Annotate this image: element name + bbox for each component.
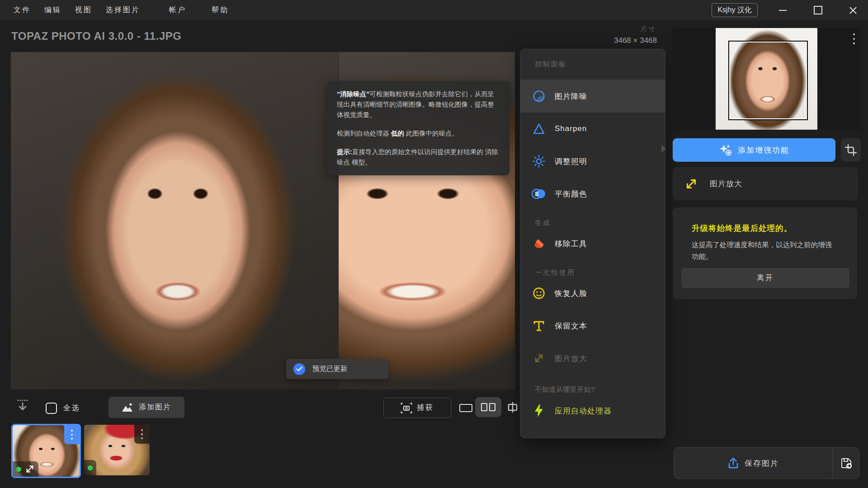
select-all-checkbox[interactable] [46, 403, 57, 414]
single-view-toggle[interactable] [459, 404, 472, 412]
section-single-use: 一次性使用 [520, 260, 665, 277]
size-value: 3468 × 3468 [614, 36, 657, 45]
menu-account[interactable]: 帐户 [169, 5, 186, 15]
toast-label: 预览已更新 [312, 364, 348, 374]
lightning-icon [531, 403, 547, 418]
minimize-button[interactable] [771, 0, 794, 20]
filmstrip-thumbnail[interactable] [84, 425, 150, 475]
panel-item-label: 图片放大 [555, 353, 587, 364]
maximize-icon [814, 6, 822, 14]
upscale-row[interactable]: 图片放大 [673, 167, 858, 200]
compare-slider-toggle[interactable] [507, 401, 519, 413]
filmstrip-thumbnail-selected[interactable] [11, 424, 81, 478]
panel-item-label: Sharpen [555, 124, 587, 133]
thumbnail-menu-icon[interactable] [64, 425, 80, 444]
panel-item-color-balance[interactable]: 平衡颜色 [520, 178, 665, 210]
panel-item-label: 移除工具 [555, 239, 587, 249]
expand-arrows-icon [25, 464, 35, 474]
upscale-row-label: 图片放大 [710, 178, 742, 189]
save-image-button[interactable]: 保存图片 [674, 448, 833, 479]
add-enhancement-button[interactable]: 添加增强功能 [673, 138, 835, 162]
panel-item-sharpen[interactable]: Sharpen [520, 113, 665, 145]
color-balance-icon [531, 186, 547, 202]
tooltip-term: “消除噪点” [337, 90, 370, 98]
topaz-photo-ai-window: 文件 编辑 视图 选择图片 帐户 帮助 Ksjhy 汉化 TOPAZ PHOTO… [0, 0, 868, 488]
denoise-tooltip: “消除噪点”可检测颗粒状噪点伪影并去除它们，从而呈现出具有清晰细节的清晰图像。略… [327, 81, 509, 175]
close-button[interactable] [842, 0, 864, 20]
thumbnail-status [84, 460, 96, 475]
save-options-button[interactable] [833, 448, 859, 479]
save-image-button-group: 保存图片 [674, 447, 859, 479]
select-all-label: 全选 [63, 404, 80, 413]
denoise-icon [531, 89, 547, 104]
save-export-icon [840, 457, 853, 469]
upscale-arrows-icon [684, 177, 698, 191]
thumbnail-menu-icon[interactable] [134, 425, 150, 444]
preview-updated-toast: 预览已更新 [286, 359, 388, 379]
menu-select-image[interactable]: 选择图片 [106, 5, 140, 15]
image-size-block: 尺寸 3468 × 3468 [614, 25, 657, 45]
thumbnail-status [13, 461, 38, 477]
dismiss-button[interactable]: 离开 [681, 268, 849, 288]
crop-icon [845, 144, 857, 156]
panel-item-denoise[interactable]: 图片降噪 [520, 80, 665, 113]
eraser-icon [531, 236, 547, 251]
panel-item-remove-tool[interactable]: 移除工具 [520, 227, 665, 260]
close-icon [849, 6, 857, 14]
navigator-thumbnail[interactable] [716, 28, 817, 130]
upgrade-notice-card: 升级将始终是最后处理的。 这提高了处理速度和结果，以达到之前的增强功能。 离开 [673, 207, 857, 299]
menu-bar: 文件 编辑 视图 选择图片 帐户 帮助 Ksjhy 汉化 [0, 0, 868, 20]
save-image-label: 保存图片 [745, 458, 779, 469]
panel-item-label: 恢复人脸 [555, 288, 587, 299]
add-image-label: 添加图片 [139, 403, 171, 412]
capture-button[interactable]: 捕获 [383, 398, 451, 418]
add-image-button[interactable]: 添加图片 [108, 397, 184, 418]
sun-icon [531, 154, 547, 169]
preview-menu-icon[interactable] [853, 33, 855, 44]
upscale-arrows-icon [531, 351, 547, 366]
status-dot-icon [88, 465, 93, 470]
page-title: TOPAZ PHOTO AI 3.0.0 - 11.JPG [11, 30, 181, 42]
sharpen-icon [531, 121, 547, 136]
face-detect-rectangle [728, 41, 808, 120]
panel-item-lighting[interactable]: 调整照明 [520, 145, 665, 178]
menu-file[interactable]: 文件 [14, 5, 31, 15]
panel-collapse-chevron-icon[interactable] [661, 145, 666, 153]
maximize-button[interactable] [807, 0, 829, 20]
upload-icon [728, 457, 739, 469]
panel-item-label: 平衡颜色 [555, 189, 587, 199]
panel-item-autopilot[interactable]: 应用自动处理器 [520, 394, 665, 427]
pane-icon [481, 403, 487, 411]
upgrade-title: 升级将始终是最后处理的。 [692, 223, 857, 234]
control-panel: 控制面板 图片降噪 Sharpen [520, 49, 665, 438]
export-queue-icon[interactable] [16, 399, 29, 413]
tooltip-tip-label: 提示: [337, 148, 352, 155]
localization-badge: Ksjhy 汉化 [712, 3, 758, 17]
panel-item-upscale[interactable]: 图片放大 [520, 342, 665, 375]
before-image[interactable] [11, 52, 338, 389]
capture-camera-icon [401, 403, 412, 413]
menu-help[interactable]: 帮助 [212, 5, 229, 15]
section-generate: 生成 [520, 210, 665, 227]
panel-item-preserve-text[interactable]: 保留文本 [520, 310, 665, 342]
panel-item-label: 保留文本 [555, 321, 587, 331]
tooltip-tip-text: 直接导入您的原始文件以访问提供更好结果的 消除噪点 模型。 [337, 148, 498, 166]
crop-button[interactable] [841, 138, 861, 162]
tooltip-detect-pre: 检测到自动处理器 [337, 130, 391, 137]
panel-item-label: 调整照明 [555, 156, 587, 167]
capture-label: 捕获 [417, 403, 434, 413]
split-view-toggle-active[interactable] [475, 397, 501, 417]
panel-item-face-recovery[interactable]: 恢复人脸 [520, 277, 665, 310]
menu-view[interactable]: 视图 [75, 5, 92, 15]
select-all-control[interactable]: 全选 [46, 403, 80, 414]
menu-edit[interactable]: 编辑 [44, 5, 61, 15]
add-enhancement-label: 添加增强功能 [738, 145, 789, 155]
text-icon [531, 318, 547, 333]
panel-item-label: 图片降噪 [555, 91, 587, 102]
tooltip-detect-post: 此图像中的噪点。 [404, 130, 458, 137]
size-label: 尺寸 [614, 25, 657, 33]
control-panel-header: 控制面板 [520, 49, 665, 80]
panel-item-label: 应用自动处理器 [555, 406, 612, 416]
image-icon [122, 403, 133, 413]
smiley-icon [531, 286, 547, 301]
